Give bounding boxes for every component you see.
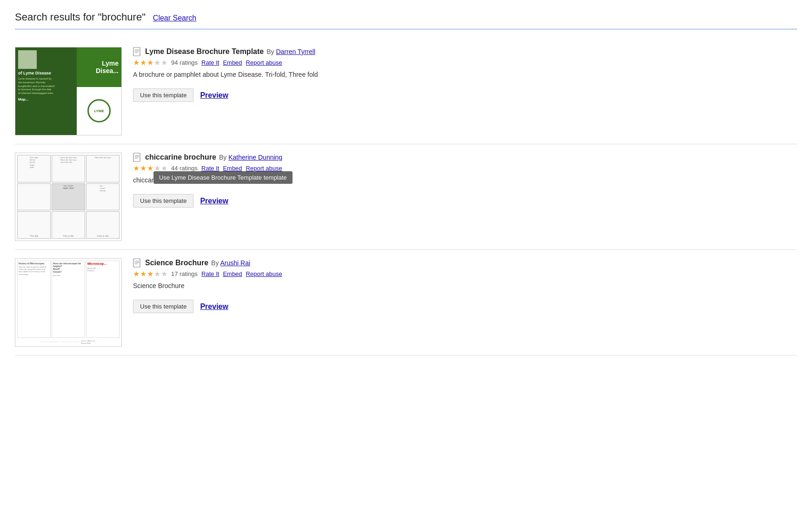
search-title: Search results for "brochure" — [15, 11, 146, 23]
use-template-button-science[interactable]: Use this template — [133, 300, 193, 313]
ratings-count-chiccarine: 44 ratings — [171, 165, 198, 172]
star-s5: ★ — [161, 269, 167, 278]
ratings-count-lyme: 94 ratings — [171, 59, 198, 66]
chicc-cell-4 — [17, 183, 51, 211]
rate-it-link-science[interactable]: Rate It — [201, 270, 219, 277]
report-abuse-link-lyme[interactable]: Report abuse — [246, 59, 282, 66]
preview-link-lyme[interactable]: Preview — [200, 91, 228, 100]
header-divider — [15, 29, 797, 29]
clear-search-link[interactable]: Clear Search — [153, 14, 196, 22]
chicc-cell-8: This is title — [52, 211, 85, 239]
star-s4: ★ — [154, 269, 160, 278]
preview-link-chiccarine[interactable]: Preview — [200, 197, 228, 205]
sci-col-2: How can microscopes be helpful?Need?Futu… — [52, 261, 85, 338]
actions-science: Use this template Preview — [133, 300, 797, 313]
svg-rect-8 — [133, 259, 140, 267]
chicc-cell-7: This title — [17, 211, 51, 239]
chicc-label-2: This is title — [63, 235, 74, 237]
sci-bottom: __________________ __________________ Ho… — [40, 340, 97, 344]
result-content-lyme: Lyme Disease Brochure Template By Darren… — [133, 47, 797, 102]
author-link-lyme[interactable]: Darren Tyrrell — [276, 48, 315, 55]
chicc-cell-5: PUT YOURNAME HERE — [52, 183, 85, 211]
chicc-grid: This makethe lineformatlongerwider This … — [17, 155, 120, 239]
star-4: ★ — [154, 58, 160, 67]
preview-link-science[interactable]: Preview — [200, 302, 228, 311]
star-1: ★ — [133, 58, 140, 67]
result-content-science: Science Brochure By Arushi Rai ★ ★ ★ ★ ★… — [133, 258, 797, 313]
result-author-lyme: By Darren Tyrrell — [266, 48, 315, 55]
sci-red-heading: Microscop... — [87, 262, 118, 265]
lyme-map-heading: Map... — [18, 97, 76, 101]
result-title-science: Science Brochure — [145, 259, 208, 267]
chicc-cell-1: This makethe lineformatlongerwider — [17, 155, 51, 182]
lyme-right-bottom: LYME — [77, 87, 121, 135]
star-3: ★ — [147, 58, 153, 67]
sci-top: History of Microscopes How can microscop… — [17, 261, 120, 338]
use-template-button-chiccarine[interactable]: Use this template — [133, 194, 193, 208]
doc-icon-science — [133, 258, 141, 268]
sci-col-1: History of Microscopes How can microscop… — [17, 261, 51, 338]
result-item-science: History of Microscopes How can microscop… — [15, 250, 797, 356]
thumbnail-lyme: of Lyme Disease Lyme disease is caused b… — [15, 47, 122, 135]
chicc-cell-2: This is the first caseThis is the first … — [52, 155, 85, 182]
thumbnail-science: History of Microscopes How can microscop… — [15, 258, 122, 347]
result-item-lyme: of Lyme Disease Lyme disease is caused b… — [15, 39, 797, 144]
search-header: Search results for "brochure" Clear Sear… — [15, 11, 797, 23]
use-template-tooltip-lyme: Use Lyme Disease Brochure Template templ… — [153, 171, 293, 184]
actions-lyme: Use this template Preview — [133, 88, 797, 102]
report-abuse-link-science[interactable]: Report abuse — [246, 270, 282, 277]
ratings-count-science: 17 ratings — [171, 270, 198, 277]
doc-icon-lyme — [133, 47, 141, 56]
star-s3: ★ — [147, 269, 153, 278]
description-science: Science Brochure — [133, 282, 797, 289]
stars-science: ★ ★ ★ ★ ★ — [133, 269, 167, 278]
lyme-photo — [18, 50, 37, 69]
star-c2: ★ — [140, 164, 146, 173]
result-author-chiccarine: By Katherine Dunning — [219, 154, 282, 161]
ratings-row-science: ★ ★ ★ ★ ★ 17 ratings Rate It Embed Repor… — [133, 269, 797, 278]
lyme-right-top: Lyme Disea... — [77, 47, 121, 87]
svg-rect-4 — [133, 153, 140, 161]
sci-col-3: Microscop... Arushi Rai Period 2 — [86, 261, 120, 338]
thumbnail-chiccarine: This makethe lineformatlongerwider This … — [15, 153, 122, 241]
doc-icon-chiccarine — [133, 153, 141, 162]
stars-lyme: ★ ★ ★ ★ ★ — [133, 58, 167, 67]
result-title-chiccarine: chiccarine brochure — [145, 153, 216, 161]
description-lyme: A brochure or pamphlet about Lyme Diseas… — [133, 71, 797, 78]
lyme-left-title: of Lyme Disease — [18, 71, 76, 75]
lyme-right-panel: Lyme Disea... LYME — [77, 47, 121, 135]
result-author-science: By Arushi Rai — [211, 259, 250, 267]
chicc-cell-9: Click to title — [86, 211, 120, 239]
rate-it-link-chiccarine[interactable]: Rate It — [201, 165, 219, 172]
embed-link-lyme[interactable]: Embed — [223, 59, 242, 66]
embed-link-chiccarine[interactable]: Embed — [223, 165, 242, 172]
ratings-row-lyme: ★ ★ ★ ★ ★ 94 ratings Rate It Embed Repor… — [133, 58, 797, 67]
lyme-left-text: Lyme disease is caused bythe bacterium B… — [18, 77, 76, 95]
use-template-button-lyme[interactable]: Use this template — [133, 88, 193, 102]
rate-it-link-lyme[interactable]: Rate It — [201, 59, 219, 66]
chicc-cell-6: Puta briefdescrip — [86, 183, 120, 211]
star-c1: ★ — [133, 164, 140, 173]
chicc-label-3: Click to title — [97, 235, 109, 237]
star-c3: ★ — [147, 164, 153, 173]
result-title-row-lyme: Lyme Disease Brochure Template By Darren… — [133, 47, 797, 56]
report-abuse-link-chiccarine[interactable]: Report abuse — [246, 165, 282, 172]
star-s1: ★ — [133, 269, 140, 278]
star-5: ★ — [161, 58, 167, 67]
embed-link-science[interactable]: Embed — [223, 270, 242, 277]
chicc-cell-3: This is the first case — [86, 155, 120, 182]
star-s2: ★ — [140, 269, 146, 278]
author-link-chiccarine[interactable]: Katherine Dunning — [228, 154, 282, 161]
chicc-label-1: This title — [30, 235, 39, 237]
result-item-chiccarine: This makethe lineformatlongerwider This … — [15, 144, 797, 250]
result-title-row-science: Science Brochure By Arushi Rai — [133, 258, 797, 268]
result-title-lyme: Lyme Disease Brochure Template — [145, 47, 264, 56]
svg-rect-0 — [133, 47, 140, 56]
star-2: ★ — [140, 58, 146, 67]
author-link-science[interactable]: Arushi Rai — [220, 259, 251, 267]
lyme-circle-logo: LYME — [87, 99, 111, 122]
lyme-left-panel: of Lyme Disease Lyme disease is caused b… — [15, 47, 79, 135]
result-title-row-chiccarine: chiccarine brochure By Katherine Dunning — [133, 153, 797, 162]
actions-chiccarine: Use this template Preview — [133, 194, 797, 208]
